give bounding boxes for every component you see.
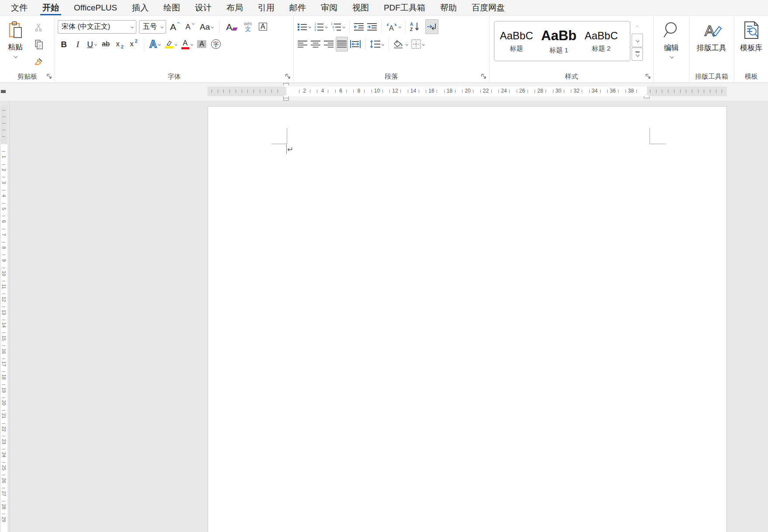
ruler-tick bbox=[564, 90, 564, 93]
ruler-tick bbox=[2, 110, 5, 111]
ruler-tick bbox=[364, 90, 365, 93]
align-center-button[interactable] bbox=[309, 37, 322, 52]
character-shading-button[interactable]: A bbox=[196, 37, 208, 52]
borders-button[interactable] bbox=[410, 37, 426, 52]
phonetic-guide-button[interactable]: wén 文 bbox=[242, 19, 254, 34]
bullets-button[interactable] bbox=[296, 19, 312, 34]
tab-PDF工具箱[interactable]: PDF工具箱 bbox=[376, 0, 433, 15]
style-card-标题 1[interactable]: AaBb标题 1 bbox=[538, 23, 580, 59]
character-border-button[interactable]: A bbox=[257, 19, 269, 34]
increase-indent-icon bbox=[367, 23, 377, 31]
group-template: 模板库 模板 bbox=[734, 16, 768, 83]
tab-插入[interactable]: 插入 bbox=[125, 0, 156, 15]
paragraph-dialog-launcher[interactable] bbox=[481, 73, 487, 79]
style-card-标题[interactable]: AaBbC标题 bbox=[495, 23, 538, 59]
sort-button[interactable]: A Z bbox=[409, 19, 422, 34]
ruler-tick bbox=[589, 90, 590, 93]
v-ruler[interactable]: 1234567891011121314151617181920212223242… bbox=[0, 100, 10, 532]
tab-设计[interactable]: 设计 bbox=[188, 0, 219, 15]
font-dialog-launcher[interactable] bbox=[285, 73, 291, 79]
document-page[interactable]: ↵ bbox=[208, 106, 727, 532]
clipboard-group-label: 剪贴板 bbox=[17, 73, 37, 81]
font-name-combobox[interactable]: 宋体 (中文正文) bbox=[58, 20, 136, 34]
tab-OfficePLUS[interactable]: OfficePLUS bbox=[66, 0, 125, 15]
increase-indent-button[interactable] bbox=[366, 19, 378, 34]
editing-label: 编辑 bbox=[664, 43, 679, 53]
font-size-value: 五号 bbox=[143, 22, 161, 31]
tab-视图[interactable]: 视图 bbox=[345, 0, 376, 15]
grow-font-button[interactable]: A bbox=[169, 19, 181, 34]
ruler-tick bbox=[271, 90, 272, 93]
h-ruler-number: 26 bbox=[518, 88, 527, 94]
superscript-button[interactable]: x2 bbox=[128, 37, 140, 52]
v-ruler-number: 9 bbox=[1, 257, 7, 263]
tab-selector[interactable] bbox=[1, 90, 6, 93]
styles-more-button[interactable] bbox=[632, 48, 643, 61]
ruler-tick bbox=[2, 462, 5, 463]
styles-scroll-down-button[interactable] bbox=[632, 34, 643, 47]
copy-button[interactable] bbox=[32, 38, 45, 51]
text-highlight-button[interactable] bbox=[163, 37, 178, 52]
decrease-indent-button[interactable] bbox=[353, 19, 365, 34]
tab-绘图[interactable]: 绘图 bbox=[156, 0, 188, 15]
font-color-button[interactable]: A bbox=[180, 37, 194, 52]
align-left-button[interactable] bbox=[296, 37, 309, 52]
justify-button[interactable] bbox=[336, 37, 348, 52]
font-size-chevron[interactable] bbox=[160, 25, 163, 28]
v-ruler-number: 4 bbox=[1, 193, 7, 199]
paragraph-mark: ↵ bbox=[287, 145, 293, 154]
font-name-chevron[interactable] bbox=[131, 25, 133, 28]
ruler-tick bbox=[426, 90, 426, 93]
text-effects-button[interactable]: A bbox=[148, 37, 162, 52]
template-library-button[interactable]: 模板库 bbox=[740, 20, 762, 70]
tab-邮件[interactable]: 邮件 bbox=[282, 0, 313, 15]
editing-button[interactable]: 编辑 bbox=[663, 20, 680, 70]
underline-button[interactable]: U bbox=[86, 37, 98, 52]
italic-button[interactable]: I bbox=[72, 37, 84, 52]
subscript-button[interactable]: x2 bbox=[114, 37, 126, 52]
tab-文件[interactable]: 文件 bbox=[3, 0, 35, 15]
tab-帮助[interactable]: 帮助 bbox=[433, 0, 464, 15]
distribute-button[interactable] bbox=[349, 37, 362, 52]
layout-tools-button[interactable]: A 排版工具 bbox=[697, 20, 726, 70]
h-ruler[interactable]: 2468101214161820222426283032343638 bbox=[208, 83, 727, 100]
shrink-font-button[interactable]: A bbox=[184, 19, 196, 34]
enclose-characters-button[interactable]: 字 bbox=[210, 37, 222, 52]
change-case-button[interactable]: Aa bbox=[198, 19, 215, 34]
ruler-tick bbox=[2, 281, 5, 281]
align-right-button[interactable] bbox=[323, 37, 335, 52]
tab-引用[interactable]: 引用 bbox=[250, 0, 282, 15]
multilevel-list-button[interactable]: 1ai bbox=[330, 19, 346, 34]
style-card-标题 2[interactable]: AaBbC标题 2 bbox=[580, 23, 622, 59]
ruler-tick bbox=[2, 384, 5, 385]
show-hide-marks-button[interactable] bbox=[425, 19, 438, 34]
tab-布局[interactable]: 布局 bbox=[219, 0, 250, 15]
ruler-tick bbox=[607, 90, 608, 93]
tab-百度网盘[interactable]: 百度网盘 bbox=[464, 0, 512, 15]
font-size-combobox[interactable]: 五号 bbox=[139, 20, 166, 34]
ruler-tick bbox=[328, 90, 328, 93]
line-spacing-button[interactable] bbox=[368, 37, 385, 52]
asian-layout-button[interactable]: A bbox=[385, 19, 402, 34]
shading-button[interactable] bbox=[392, 37, 409, 52]
format-painter-button[interactable] bbox=[32, 55, 45, 68]
ruler-tick bbox=[517, 90, 517, 93]
styles-scroll-up-button[interactable] bbox=[632, 21, 643, 33]
tab-开始[interactable]: 开始 bbox=[35, 0, 66, 15]
ruler-tick bbox=[626, 90, 626, 93]
tab-审阅[interactable]: 审阅 bbox=[313, 0, 345, 15]
search-icon bbox=[663, 21, 680, 40]
layout-tools-label: 排版工具 bbox=[697, 43, 726, 53]
paste-button[interactable]: 粘贴 bbox=[3, 20, 28, 70]
clipboard-dialog-launcher[interactable] bbox=[46, 73, 52, 79]
ruler-tick bbox=[223, 90, 224, 93]
numbering-button[interactable]: 123 bbox=[313, 19, 329, 34]
h-ruler-number: 2 bbox=[300, 88, 309, 94]
strikethrough-button[interactable]: ab bbox=[100, 37, 112, 52]
cut-button[interactable] bbox=[32, 21, 45, 34]
paste-dropdown-chevron[interactable] bbox=[14, 54, 17, 58]
font-color-bar bbox=[181, 47, 189, 49]
clear-formatting-button[interactable]: A bbox=[225, 19, 239, 34]
bold-button[interactable]: B bbox=[58, 37, 70, 52]
styles-dialog-launcher[interactable] bbox=[645, 73, 651, 79]
